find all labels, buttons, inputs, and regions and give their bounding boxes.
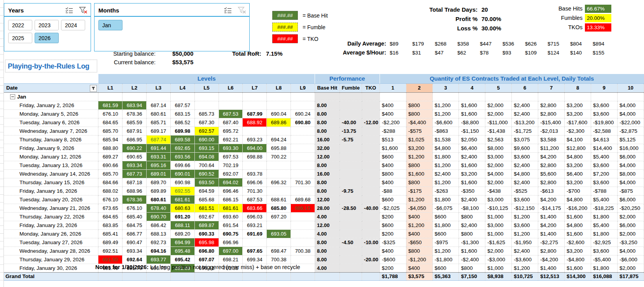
qty-cell[interactable]: $2,400 <box>459 221 485 229</box>
level-cell[interactable]: 695.88 <box>267 144 291 152</box>
date-cell[interactable]: Tuesday, January 6, 2026 <box>4 118 98 127</box>
level-cell[interactable]: 687.40 <box>219 118 243 127</box>
qty-cell[interactable]: $200 <box>380 264 406 272</box>
level-cell[interactable]: 690.33 <box>194 229 219 238</box>
level-cell[interactable]: 680.63 <box>170 204 194 212</box>
perf-cell[interactable] <box>362 127 380 135</box>
level-cell[interactable] <box>291 144 315 152</box>
qty-cell[interactable]: $1,600 <box>459 247 485 255</box>
perf-cell[interactable]: 8.00 <box>315 161 340 169</box>
perf-cell[interactable]: -10.00 <box>362 238 380 247</box>
qty-cell[interactable]: -$2,013 <box>538 127 565 135</box>
level-cell[interactable]: 690.98 <box>170 178 194 187</box>
qty-cell[interactable]: $3,200 <box>565 247 591 255</box>
perf-cell[interactable] <box>315 92 340 101</box>
qty-cell[interactable]: $4,000 <box>617 101 644 109</box>
level-cell[interactable]: 688.61 <box>267 195 291 204</box>
qty-cell[interactable]: $1,400 <box>538 264 565 272</box>
qty-cell[interactable]: $2,800 <box>538 178 565 187</box>
qty-cell[interactable]: $4,613 <box>591 135 618 144</box>
level-cell[interactable]: 680.61 <box>147 195 171 204</box>
qty-cell[interactable]: $2,800 <box>538 101 565 109</box>
qty-cell[interactable]: $3,600 <box>591 247 618 255</box>
qty-cell[interactable]: $1,600 <box>459 101 485 109</box>
qty-cell[interactable]: $800 <box>406 161 432 169</box>
level-cell[interactable]: 698.47 <box>267 247 291 255</box>
qty-cell[interactable]: $5,400 <box>591 195 618 204</box>
qty-cell[interactable]: $5,400 <box>591 221 618 229</box>
qty-cell[interactable]: $2,000 <box>485 178 512 187</box>
qty-cell[interactable]: $3,200 <box>565 109 591 118</box>
qty-cell[interactable]: -$3,600 <box>512 255 538 264</box>
qty-cell[interactable]: $5,400 <box>591 152 618 161</box>
qty-cell[interactable]: $4,200 <box>538 152 565 161</box>
level-cell[interactable]: 686.15 <box>291 204 315 212</box>
qty-cell[interactable]: $3,600 <box>591 161 618 169</box>
qty-cell[interactable]: $2,000 <box>485 109 512 118</box>
perf-cell[interactable]: 8.00 <box>315 118 340 127</box>
level-cell[interactable]: 685.70 <box>98 127 122 135</box>
qty-cell[interactable]: $4,100 <box>565 135 591 144</box>
perf-cell[interactable]: 12.00 <box>315 195 340 204</box>
perf-cell[interactable]: 28.00 <box>315 204 340 212</box>
qty-cell[interactable]: -$650 <box>406 238 432 247</box>
perf-cell[interactable]: 4.00 <box>315 212 340 221</box>
qty-cell[interactable]: $2,800 <box>538 109 565 118</box>
qty-cell[interactable]: -$575 <box>406 127 432 135</box>
level-cell[interactable]: 685.41 <box>98 229 122 238</box>
qty-cell[interactable]: -$4,800 <box>565 255 591 264</box>
level-cell[interactable]: 691.44 <box>147 144 171 152</box>
qty-cell[interactable]: $1,200 <box>432 178 459 187</box>
date-cell[interactable]: Monday, January 12, 2026 <box>4 152 98 161</box>
level-cell[interactable]: 694.16 <box>147 247 171 255</box>
qty-cell[interactable]: -$875 <box>617 187 644 195</box>
date-cell[interactable]: Thursday, January 29, 2026 <box>4 255 98 264</box>
qty-cell[interactable]: $1,200 <box>406 152 432 161</box>
level-cell[interactable]: 693.77 <box>147 255 171 264</box>
level-cell[interactable] <box>291 255 315 264</box>
level-cell[interactable]: 687.30 <box>194 118 219 127</box>
level-cell[interactable]: 683.94 <box>122 101 147 109</box>
qty-cell[interactable]: $3,588 <box>538 135 565 144</box>
level-cell[interactable]: 693.78 <box>243 169 267 178</box>
date-cell[interactable]: Thursday, January 8, 2026 <box>4 135 98 144</box>
qty-cell[interactable]: $1,200 <box>512 212 538 221</box>
level-cell[interactable]: 688.02 <box>98 187 122 195</box>
level-cell[interactable]: 689.98 <box>170 127 194 135</box>
qty-cell[interactable]: $513 <box>380 135 406 144</box>
level-cell[interactable]: 694.24 <box>267 135 291 144</box>
level-cell[interactable]: 690.00 <box>194 135 219 144</box>
collapse-icon[interactable] <box>10 94 15 99</box>
level-cell[interactable] <box>267 238 291 247</box>
date-cell[interactable]: Friday, January 30, 2026 <box>4 264 98 272</box>
perf-cell[interactable]: 8.00 <box>315 109 340 118</box>
level-cell[interactable]: 702.19 <box>219 161 243 169</box>
month-group-cell[interactable]: Jan <box>4 92 98 101</box>
qty-cell[interactable]: $4,000 <box>617 178 644 187</box>
qty-cell[interactable]: $2,400 <box>432 169 459 178</box>
level-cell[interactable]: 684.65 <box>98 118 122 127</box>
perf-cell[interactable] <box>362 92 380 101</box>
level-cell[interactable] <box>267 221 291 229</box>
qty-cell[interactable]: $5,600 <box>538 169 565 178</box>
qty-cell[interactable]: $2,050 <box>459 135 485 144</box>
level-cell[interactable]: 693.34 <box>122 247 147 255</box>
month-item-jan[interactable]: Jan <box>98 20 122 30</box>
qty-cell[interactable]: -$975 <box>432 238 459 247</box>
qty-cell[interactable]: $1,000 <box>485 264 512 272</box>
level-cell[interactable] <box>267 101 291 109</box>
perf-cell[interactable] <box>340 212 362 221</box>
level-cell[interactable]: 688.11 <box>170 221 194 229</box>
qty-cell[interactable]: $3,200 <box>406 144 432 152</box>
level-cell[interactable] <box>291 221 315 229</box>
level-cell[interactable]: 681.61 <box>170 195 194 204</box>
level-cell[interactable]: 673.65 <box>98 204 122 212</box>
level-cell[interactable]: 687.18 <box>122 178 147 187</box>
qty-cell[interactable]: $4,800 <box>432 144 459 152</box>
level-cell[interactable]: 683.66 <box>243 204 267 212</box>
level-cell[interactable]: 690.01 <box>170 169 194 178</box>
year-item-2022[interactable]: 2022 <box>8 20 32 30</box>
qty-cell[interactable]: $800 <box>380 169 406 178</box>
qty-cell[interactable]: -$6,075 <box>432 204 459 212</box>
qty-cell[interactable]: $4,200 <box>538 195 565 204</box>
